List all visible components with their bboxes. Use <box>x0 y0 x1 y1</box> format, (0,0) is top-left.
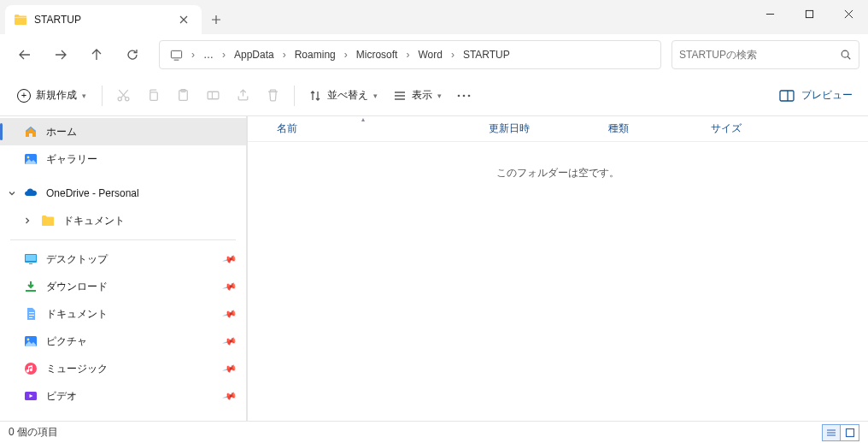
paste-button[interactable] <box>169 81 197 110</box>
column-header-date[interactable]: 更新日時 <box>478 116 598 141</box>
chevron-right-icon[interactable]: › <box>343 45 349 64</box>
new-tab-button[interactable] <box>202 5 231 34</box>
close-button[interactable] <box>829 0 868 27</box>
refresh-button[interactable] <box>116 39 149 70</box>
search-input[interactable] <box>679 49 833 61</box>
rename-button[interactable] <box>199 81 227 110</box>
folder-icon <box>41 214 55 227</box>
item-count: 0 個の項目 <box>9 425 58 440</box>
separator <box>10 239 236 240</box>
column-header-name[interactable]: 名前 ▴ <box>248 116 478 141</box>
view-button[interactable]: 表示 ▾ <box>386 81 449 110</box>
sidebar-item-label: ピクチャ <box>46 334 87 349</box>
forward-button[interactable] <box>44 39 77 70</box>
preview-button-label: プレビュー <box>801 88 853 103</box>
downloads-icon <box>24 280 38 293</box>
copy-button[interactable] <box>139 81 167 110</box>
sidebar-item-label: ドキュメント <box>63 214 125 228</box>
up-button[interactable] <box>80 39 113 70</box>
breadcrumb-item[interactable]: Roaming <box>290 45 341 64</box>
tab-title: STARTUP <box>34 14 169 26</box>
more-button[interactable] <box>450 81 478 110</box>
back-button[interactable] <box>9 39 41 70</box>
sidebar-item-label: ビデオ <box>46 389 77 404</box>
pin-icon: 📌 <box>222 251 238 267</box>
chevron-down-icon: ▾ <box>373 92 378 100</box>
chevron-right-icon[interactable]: › <box>281 45 288 64</box>
plus-circle-icon: + <box>17 89 31 103</box>
music-icon <box>24 362 38 375</box>
sidebar-item-pictures[interactable]: ピクチャ 📌 <box>0 328 246 355</box>
share-button[interactable] <box>229 81 257 110</box>
maximize-button[interactable] <box>789 0 829 27</box>
new-button-label: 新規作成 <box>36 88 77 103</box>
thumbnails-view-button[interactable] <box>841 424 859 441</box>
chevron-right-icon[interactable] <box>21 214 34 227</box>
folder-icon <box>14 13 27 27</box>
separator <box>102 86 103 106</box>
details-view-button[interactable] <box>822 424 841 441</box>
breadcrumb-overflow[interactable]: … <box>198 45 219 64</box>
chevron-right-icon[interactable]: › <box>449 45 456 64</box>
sidebar-item-desktop[interactable]: デスクトップ 📌 <box>0 245 246 273</box>
cut-button[interactable] <box>109 81 138 110</box>
window-controls <box>750 0 868 34</box>
chevron-right-icon[interactable]: › <box>220 45 227 64</box>
address-bar[interactable]: › … › AppData › Roaming › Microsoft › Wo… <box>159 40 661 69</box>
pin-icon: 📌 <box>222 306 238 322</box>
breadcrumb-item[interactable]: AppData <box>229 45 279 64</box>
sidebar-item-videos[interactable]: ビデオ 📌 <box>0 382 246 410</box>
pictures-icon <box>24 334 38 348</box>
sidebar-item-downloads[interactable]: ダウンロード 📌 <box>0 273 246 300</box>
sidebar-item-onedrive[interactable]: OneDrive - Personal <box>0 180 246 207</box>
pin-icon: 📌 <box>222 279 238 294</box>
chevron-right-icon[interactable]: › <box>404 45 411 64</box>
svg-point-18 <box>27 339 30 341</box>
breadcrumb-item[interactable]: Word <box>413 45 447 64</box>
separator <box>294 86 295 106</box>
sidebar-item-documents[interactable]: ドキュメント 📌 <box>0 300 246 328</box>
preview-button[interactable]: プレビュー <box>772 81 859 110</box>
sidebar-item-home[interactable]: ホーム <box>0 118 246 145</box>
column-header-label: 種類 <box>608 121 629 136</box>
chevron-down-icon[interactable] <box>5 186 19 200</box>
status-bar: 0 個の項目 <box>0 421 868 443</box>
search-box[interactable] <box>672 40 859 69</box>
gallery-icon <box>24 152 38 166</box>
tab-close-button[interactable] <box>176 12 191 27</box>
pc-icon <box>165 45 188 65</box>
column-header-type[interactable]: 種類 <box>598 116 701 141</box>
column-headers: 名前 ▴ 更新日時 種類 サイズ <box>248 116 868 142</box>
home-icon <box>24 125 38 139</box>
svg-point-10 <box>463 94 466 97</box>
minimize-button[interactable] <box>750 0 789 27</box>
sidebar-item-label: ミュージック <box>46 362 108 376</box>
sidebar-item-music[interactable]: ミュージック 📌 <box>0 355 246 382</box>
desktop-icon <box>24 252 38 266</box>
svg-point-2 <box>842 50 848 57</box>
new-button[interactable]: + 新規作成 ▾ <box>9 81 95 110</box>
empty-folder-message: このフォルダーは空です。 <box>248 166 868 180</box>
sort-ascending-icon: ▴ <box>361 115 365 123</box>
sidebar-item-onedrive-documents[interactable]: ドキュメント <box>0 207 246 234</box>
column-header-size[interactable]: サイズ <box>701 116 769 141</box>
command-bar: + 新規作成 ▾ 並べ替え ▾ 表示 ▾ プレビュー <box>0 75 868 116</box>
delete-button[interactable] <box>259 81 287 110</box>
tab-startup[interactable]: STARTUP <box>5 5 202 34</box>
chevron-down-icon: ▾ <box>437 92 442 100</box>
svg-rect-5 <box>150 92 158 101</box>
column-header-label: サイズ <box>711 121 742 136</box>
pin-icon: 📌 <box>222 361 238 376</box>
breadcrumb-item[interactable]: STARTUP <box>458 45 515 64</box>
sort-button[interactable]: 並べ替え ▾ <box>302 81 384 110</box>
svg-rect-12 <box>780 91 794 101</box>
chevron-right-icon[interactable]: › <box>190 45 196 64</box>
svg-rect-16 <box>26 255 36 261</box>
breadcrumb-item[interactable]: Microsoft <box>351 45 403 64</box>
column-header-label: 更新日時 <box>489 121 530 136</box>
svg-rect-8 <box>208 92 219 99</box>
sidebar-item-gallery[interactable]: ギャラリー <box>0 145 246 173</box>
sidebar-item-label: OneDrive - Personal <box>46 187 139 199</box>
pin-icon: 📌 <box>222 334 238 349</box>
sidebar-item-label: ギャラリー <box>46 152 97 167</box>
